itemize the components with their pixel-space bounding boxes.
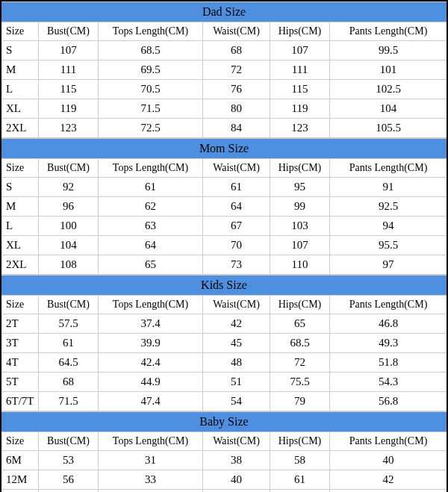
col-tops: Tops Length(CM) xyxy=(99,432,203,450)
col-waist: Waist(CM) xyxy=(203,22,270,40)
cell-hips: 75.5 xyxy=(270,373,330,391)
col-bust: Bust(CM) xyxy=(39,159,99,177)
cell-size: 3T xyxy=(1,334,39,352)
cell-tops: 65 xyxy=(99,255,203,274)
cell-bust: 107 xyxy=(39,41,99,60)
cell-hips: 115 xyxy=(270,80,330,99)
cell-tops: 62 xyxy=(99,197,203,216)
cell-tops: 69.5 xyxy=(99,60,203,79)
cell-bust: 53 xyxy=(39,451,99,470)
column-header-row: SizeBust(CM)Tops Length(CM)Waist(CM)Hips… xyxy=(1,296,447,314)
cell-pants: 104 xyxy=(330,99,447,118)
cell-hips: 119 xyxy=(270,99,330,118)
col-waist: Waist(CM) xyxy=(203,159,270,177)
cell-pants: 49.3 xyxy=(330,334,447,352)
col-bust: Bust(CM) xyxy=(39,432,99,450)
cell-waist: 67 xyxy=(203,217,270,235)
cell-tops: 42.4 xyxy=(99,353,203,372)
table-row: L11570.576115102.5 xyxy=(1,80,447,99)
table-row: 2XL108657311097 xyxy=(1,255,447,275)
cell-size: 2T xyxy=(1,314,39,333)
cell-pants: 92.5 xyxy=(330,197,447,216)
cell-waist: 61 xyxy=(203,178,270,196)
cell-pants: 46.8 xyxy=(330,314,447,333)
cell-pants: 40 xyxy=(330,451,447,470)
cell-size: M xyxy=(1,197,39,216)
col-bust: Bust(CM) xyxy=(39,22,99,40)
cell-size: 6T/7T xyxy=(1,392,39,411)
cell-pants: 51.8 xyxy=(330,353,447,372)
col-tops: Tops Length(CM) xyxy=(99,159,203,177)
column-header-row: SizeBust(CM)Tops Length(CM)Waist(CM)Hips… xyxy=(1,22,447,41)
cell-hips: 95 xyxy=(270,178,330,196)
cell-pants: 56.8 xyxy=(330,392,447,411)
cell-waist: 54 xyxy=(203,392,270,411)
cell-pants: 101 xyxy=(330,60,447,79)
cell-hips: 123 xyxy=(270,119,330,137)
col-hips: Hips(CM) xyxy=(270,159,330,177)
table-row: 6M5331385840 xyxy=(1,451,447,470)
cell-bust: 104 xyxy=(39,236,99,255)
cell-waist: 68 xyxy=(203,41,270,60)
table-row: L100636710394 xyxy=(1,217,447,236)
cell-waist: 76 xyxy=(203,80,270,99)
col-size: Size xyxy=(1,159,39,177)
table-row: XL104647010795.5 xyxy=(1,236,447,255)
cell-bust: 61 xyxy=(39,334,99,352)
table-row: S9261619591 xyxy=(1,178,447,197)
cell-hips: 65 xyxy=(270,314,330,333)
table-row: 12M5633406142 xyxy=(1,470,447,490)
cell-hips: 58 xyxy=(270,451,330,470)
cell-waist: 40 xyxy=(203,470,270,489)
cell-bust: 92 xyxy=(39,178,99,196)
col-hips: Hips(CM) xyxy=(270,432,330,450)
cell-tops: 64 xyxy=(99,236,203,255)
cell-tops: 44.9 xyxy=(99,373,203,391)
table-row: 2T57.537.4426546.8 xyxy=(1,314,447,334)
cell-hips: 110 xyxy=(270,255,330,274)
cell-waist: 38 xyxy=(203,451,270,470)
cell-waist: 42 xyxy=(203,314,270,333)
col-bust: Bust(CM) xyxy=(39,296,99,314)
cell-pants: 91 xyxy=(330,178,447,196)
section-title: Mom Size xyxy=(1,138,447,159)
cell-bust: 57.5 xyxy=(39,314,99,333)
cell-waist: 73 xyxy=(203,255,270,274)
cell-bust: 115 xyxy=(39,80,99,99)
section-title: Baby Size xyxy=(1,411,447,432)
cell-waist: 48 xyxy=(203,353,270,372)
cell-waist: 72 xyxy=(203,60,270,79)
cell-hips: 79 xyxy=(270,392,330,411)
table-row: 3T6139.94568.549.3 xyxy=(1,334,447,353)
cell-pants: 94 xyxy=(330,217,447,235)
section-title: Kids Size xyxy=(1,275,447,296)
size-chart: Dad SizeSizeBust(CM)Tops Length(CM)Waist… xyxy=(0,0,448,492)
cell-pants: 102.5 xyxy=(330,80,447,99)
table-row: S10768.56810799.5 xyxy=(1,41,447,60)
cell-size: L xyxy=(1,217,39,235)
cell-tops: 71.5 xyxy=(99,99,203,118)
cell-tops: 39.9 xyxy=(99,334,203,352)
col-size: Size xyxy=(1,432,39,450)
cell-size: 2XL xyxy=(1,119,39,137)
cell-waist: 84 xyxy=(203,119,270,137)
col-pants: Pants Length(CM) xyxy=(330,159,447,177)
table-row: XL11971.580119104 xyxy=(1,99,447,119)
cell-waist: 70 xyxy=(203,236,270,255)
cell-pants: 99.5 xyxy=(330,41,447,60)
cell-bust: 111 xyxy=(39,60,99,79)
cell-tops: 31 xyxy=(99,451,203,470)
cell-tops: 72.5 xyxy=(99,119,203,137)
cell-size: 12M xyxy=(1,470,39,489)
cell-bust: 119 xyxy=(39,99,99,118)
cell-hips: 107 xyxy=(270,41,330,60)
column-header-row: SizeBust(CM)Tops Length(CM)Waist(CM)Hips… xyxy=(1,432,447,451)
cell-size: 6M xyxy=(1,451,39,470)
cell-waist: 80 xyxy=(203,99,270,118)
cell-bust: 68 xyxy=(39,373,99,391)
table-row: M11169.572111101 xyxy=(1,60,447,80)
table-row: 6T/7T71.547.4547956.8 xyxy=(1,392,447,411)
cell-bust: 56 xyxy=(39,470,99,489)
cell-pants: 42 xyxy=(330,470,447,489)
cell-hips: 99 xyxy=(270,197,330,216)
